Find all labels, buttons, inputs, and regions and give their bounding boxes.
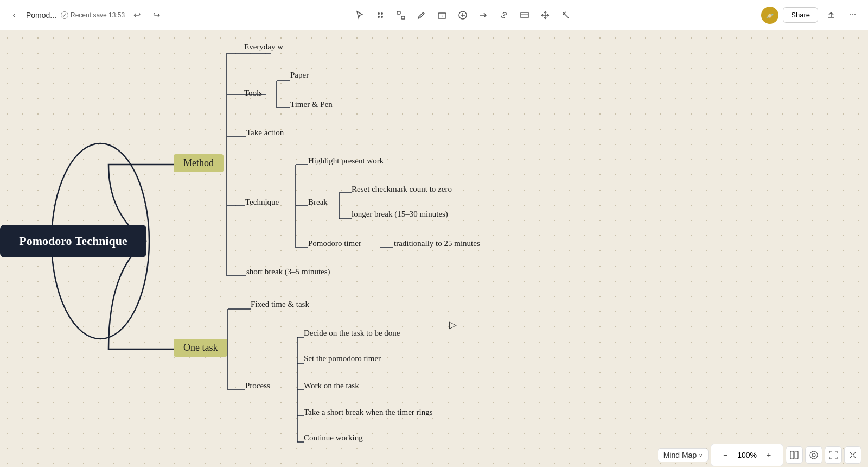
zoom-controls: − 100% + [711,444,783,466]
user-avatar[interactable]: 🪐 [761,7,778,24]
fixed-time-node[interactable]: Fixed time & task [251,300,309,309]
fullscreen-button[interactable] [825,446,842,464]
svg-rect-11 [521,12,528,18]
zoom-level: 100% [737,451,757,459]
connector-tool[interactable] [392,6,410,24]
back-button[interactable]: ‹ [7,8,22,23]
eraser-tool[interactable] [557,6,575,24]
take-action-node[interactable]: Take action [246,128,284,137]
cursor-indicator: ▷ [449,319,457,331]
bottom-toolbar: Mind Map ∨ − 100% + [651,443,868,467]
process-node[interactable]: Process [245,381,270,390]
longer-break-node[interactable]: longer break (15–30 minutes) [352,210,448,219]
svg-point-3 [381,16,383,18]
svg-point-0 [378,12,380,15]
technique-node[interactable]: Technique [245,198,279,207]
map-type-selector[interactable]: Mind Map ∨ [658,448,709,462]
svg-point-2 [378,16,380,18]
work-task-node[interactable]: Work on the task [304,381,359,390]
break-node[interactable]: Break [308,198,328,207]
save-check-icon: ✓ [61,11,68,19]
columns-button[interactable] [786,446,803,464]
expand-button[interactable] [844,446,861,464]
share-button[interactable]: Share [783,7,818,23]
select-tool[interactable] [350,6,369,24]
svg-line-12 [563,12,569,18]
undo-button[interactable]: ↩ [129,8,144,23]
upload-button[interactable] [822,7,840,24]
svg-rect-4 [397,11,400,14]
toolbar-tools: T [164,6,761,24]
timer-pen-node[interactable]: Timer & Pen [290,100,333,109]
everyday-node[interactable]: Everyday w [244,42,283,52]
svg-rect-49 [795,451,798,459]
toolbar-right: 🪐 Share ··· [761,7,861,24]
short-break2-node[interactable]: Take a short break when the timer rings [304,408,433,417]
reset-node[interactable]: Reset checkmark count to zero [352,185,452,194]
more-options-button[interactable]: ··· [844,7,861,24]
arrow-tool[interactable] [474,6,493,24]
decide-node[interactable]: Decide on the task to be done [304,329,400,338]
canvas-area[interactable]: Pomodoro Technique Method One task Every… [0,30,868,467]
svg-point-50 [810,451,818,459]
root-node[interactable]: Pomodoro Technique [0,225,146,257]
highlight-node[interactable]: Highlight present work [308,156,384,166]
document-title[interactable]: Pomod... [26,11,56,20]
svg-rect-48 [790,451,794,459]
move-tool[interactable] [536,6,554,24]
media-tool[interactable] [515,6,534,24]
plus-tool[interactable] [454,6,472,24]
short-break-node[interactable]: short break (3–5 minutes) [246,267,330,276]
save-status: ✓ Recent save 13:53 [61,11,125,19]
frame-tool[interactable]: T [433,6,451,24]
redo-button[interactable]: ↪ [149,8,164,23]
paper-node[interactable]: Paper [290,71,309,80]
svg-rect-5 [401,16,405,19]
pen-tool[interactable] [412,6,431,24]
hand-tool[interactable] [371,6,390,24]
toolbar-left: ‹ Pomod... ✓ Recent save 13:53 ↩ ↪ [7,8,164,23]
link-tool[interactable] [495,6,513,24]
zoom-out-button[interactable]: − [717,446,734,464]
method-node[interactable]: Method [174,154,224,172]
pomodoro-timer-node[interactable]: Pomodoro timer [308,239,361,248]
lock-button[interactable] [805,446,822,464]
svg-point-1 [381,12,383,15]
onetask-node[interactable]: One task [174,339,227,357]
zoom-in-button[interactable]: + [760,446,777,464]
tools-node[interactable]: Tools [244,89,262,98]
set-timer-node[interactable]: Set the pomodoro timer [304,354,381,363]
svg-text:T: T [441,14,443,17]
traditionally-node[interactable]: traditionally to 25 minutes [394,239,480,248]
top-toolbar: ‹ Pomod... ✓ Recent save 13:53 ↩ ↪ T [0,0,868,30]
continue-node[interactable]: Continue working [304,433,363,443]
svg-point-51 [812,453,815,457]
svg-text:🪐: 🪐 [766,12,774,20]
